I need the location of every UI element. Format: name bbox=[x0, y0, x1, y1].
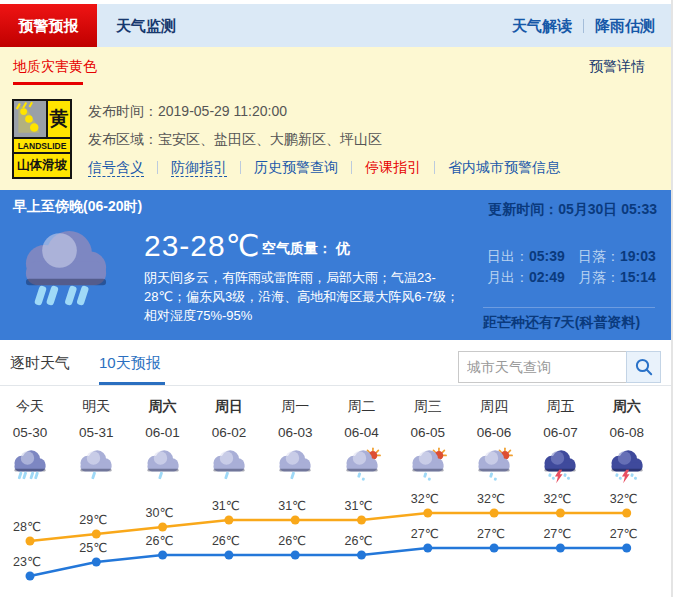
day-name: 周日 bbox=[196, 398, 262, 416]
forecast-day-column[interactable]: 周四06-06 bbox=[461, 398, 527, 488]
svg-text:31℃: 31℃ bbox=[278, 499, 306, 513]
sun-shower-icon bbox=[473, 447, 515, 484]
svg-text:31℃: 31℃ bbox=[212, 499, 240, 513]
forecast-period: 早上至傍晚(06-20时) bbox=[13, 198, 142, 216]
day-name: 周三 bbox=[395, 398, 461, 416]
forecast-day-column[interactable]: 今天05-30 bbox=[0, 398, 63, 488]
forecast-day-column[interactable]: 周二06-04 bbox=[329, 398, 395, 488]
temperature-range: 23-28℃ bbox=[144, 228, 260, 263]
svg-text:28℃: 28℃ bbox=[13, 520, 41, 534]
forecast-day-column[interactable]: 周日06-02 bbox=[196, 398, 262, 488]
sun-moon-label: 日落： bbox=[578, 248, 620, 264]
sun-shower-icon bbox=[341, 447, 383, 484]
day-date: 06-05 bbox=[395, 425, 461, 440]
city-weather-search-input[interactable] bbox=[458, 351, 627, 383]
day-name: 周六 bbox=[130, 398, 196, 416]
day-name: 周一 bbox=[262, 398, 328, 416]
day-date: 06-08 bbox=[594, 425, 660, 440]
warning-links: 信号含义防御指引历史预警查询停课指引省内城市预警信息 bbox=[88, 159, 560, 177]
landslide-warning-badge: 黄 LANDSLIDE 山体滑坡 bbox=[12, 99, 72, 179]
shower-icon bbox=[142, 447, 184, 484]
warning-link[interactable]: 防御指引 bbox=[171, 159, 227, 177]
separator bbox=[240, 161, 241, 174]
divider bbox=[0, 385, 671, 386]
heavy-rain-icon bbox=[9, 447, 51, 484]
day-date: 05-30 bbox=[0, 425, 63, 440]
warning-title[interactable]: 地质灾害黄色 bbox=[13, 58, 97, 76]
svg-text:29℃: 29℃ bbox=[79, 513, 107, 527]
sun-moon-label: 月出： bbox=[487, 269, 529, 285]
weather-description: 阴天间多云，有阵雨或雷阵雨，局部大雨；气温23-28℃；偏东风3级，沿海、高地和… bbox=[144, 268, 464, 325]
sun-moon-value: 15:14 bbox=[620, 269, 656, 285]
warning-link[interactable]: 信号含义 bbox=[88, 159, 144, 177]
svg-text:31℃: 31℃ bbox=[345, 499, 373, 513]
sun-moon-row: 日出：05:39日落：19:03 bbox=[487, 246, 667, 267]
sun-moon-entry: 月出：02:49 bbox=[487, 267, 578, 288]
warning-title-underline bbox=[13, 82, 83, 85]
sun-moon-times: 日出：05:39日落：19:03月出：02:49月落：15:14 bbox=[487, 246, 667, 288]
day-name: 周二 bbox=[329, 398, 395, 416]
forecast-panel: 逐时天气 10天预报 今天05-30明天05-31周六06-01周日06-02周… bbox=[0, 340, 671, 597]
warning-detail-link[interactable]: 预警详情 bbox=[589, 58, 645, 76]
warning-panel: 地质灾害黄色 预警详情 黄 LANDSLIDE bbox=[0, 47, 671, 190]
warning-level-char: 黄 bbox=[48, 101, 70, 137]
warning-link[interactable]: 停课指引 bbox=[365, 159, 421, 175]
svg-text:26℃: 26℃ bbox=[345, 534, 373, 548]
day-date: 06-06 bbox=[461, 425, 527, 440]
day-name: 明天 bbox=[63, 398, 129, 416]
forecast-day-column[interactable]: 周一06-03 bbox=[262, 398, 328, 488]
thunderstorm-icon bbox=[606, 447, 648, 484]
update-time: 更新时间：05月30日 05:33 bbox=[488, 201, 657, 219]
link-rain-estimate[interactable]: 降雨估测 bbox=[595, 17, 655, 34]
day-date: 06-01 bbox=[130, 425, 196, 440]
forecast-day-column[interactable]: 明天05-31 bbox=[63, 398, 129, 488]
shower-icon bbox=[208, 447, 250, 484]
tab-ten-day-forecast[interactable]: 10天预报 bbox=[99, 354, 161, 373]
day-date: 06-03 bbox=[262, 425, 328, 440]
sun-moon-label: 月落： bbox=[578, 269, 620, 285]
divider bbox=[483, 307, 655, 308]
svg-text:32℃: 32℃ bbox=[477, 492, 505, 506]
landslide-icon bbox=[14, 101, 48, 137]
warning-link[interactable]: 历史预警查询 bbox=[254, 159, 338, 175]
svg-text:32℃: 32℃ bbox=[610, 492, 638, 506]
svg-text:32℃: 32℃ bbox=[543, 492, 571, 506]
sun-moon-entry: 日落：19:03 bbox=[578, 246, 656, 267]
warning-type-en: LANDSLIDE bbox=[14, 139, 70, 154]
sun-moon-label: 日出： bbox=[487, 248, 529, 264]
svg-text:27℃: 27℃ bbox=[543, 527, 571, 541]
warning-type-cn: 山体滑坡 bbox=[14, 154, 70, 177]
sun-moon-value: 05:39 bbox=[529, 248, 565, 264]
day-date: 06-02 bbox=[196, 425, 262, 440]
day-name: 周六 bbox=[594, 398, 660, 416]
sun-moon-entry: 月落：15:14 bbox=[578, 267, 656, 288]
forecast-day-column[interactable]: 周三06-05 bbox=[395, 398, 461, 488]
search-icon bbox=[634, 357, 654, 377]
svg-text:27℃: 27℃ bbox=[610, 527, 638, 541]
svg-text:27℃: 27℃ bbox=[477, 527, 505, 541]
day-date: 05-31 bbox=[63, 425, 129, 440]
separator bbox=[157, 161, 158, 174]
top-links: 天气解读降雨估测 bbox=[512, 4, 655, 47]
sun-moon-value: 02:49 bbox=[529, 269, 565, 285]
current-weather-panel: 早上至傍晚(06-20时) 更新时间：05月30日 05:33 23-28℃ 空… bbox=[0, 190, 671, 340]
forecast-day-column[interactable]: 周六06-01 bbox=[130, 398, 196, 488]
tab-warning-forecast[interactable]: 预警预报 bbox=[0, 4, 97, 47]
link-weather-interpretation[interactable]: 天气解读 bbox=[512, 17, 572, 34]
solar-term-link[interactable]: 距芒种还有7天(科普资料) bbox=[483, 314, 640, 332]
scrollbar-track[interactable] bbox=[671, 0, 673, 597]
search-button[interactable] bbox=[626, 351, 661, 383]
sun-moon-value: 19:03 bbox=[620, 248, 656, 264]
tab-weather-monitor[interactable]: 天气监测 bbox=[116, 4, 176, 47]
separator bbox=[583, 19, 584, 33]
forecast-day-column[interactable]: 周六06-08 bbox=[594, 398, 660, 488]
separator bbox=[434, 161, 435, 174]
top-tab-bar: 预警预报 天气监测 天气解读降雨估测 bbox=[0, 4, 671, 47]
warning-link[interactable]: 省内城市预警信息 bbox=[448, 159, 560, 175]
day-name: 周四 bbox=[461, 398, 527, 416]
tab-hourly-weather[interactable]: 逐时天气 bbox=[10, 354, 70, 373]
thunderstorm-icon bbox=[539, 447, 581, 484]
forecast-day-column[interactable]: 周五06-07 bbox=[527, 398, 593, 488]
day-name: 今天 bbox=[0, 398, 63, 416]
air-quality: 空气质量： 优 bbox=[262, 240, 350, 258]
